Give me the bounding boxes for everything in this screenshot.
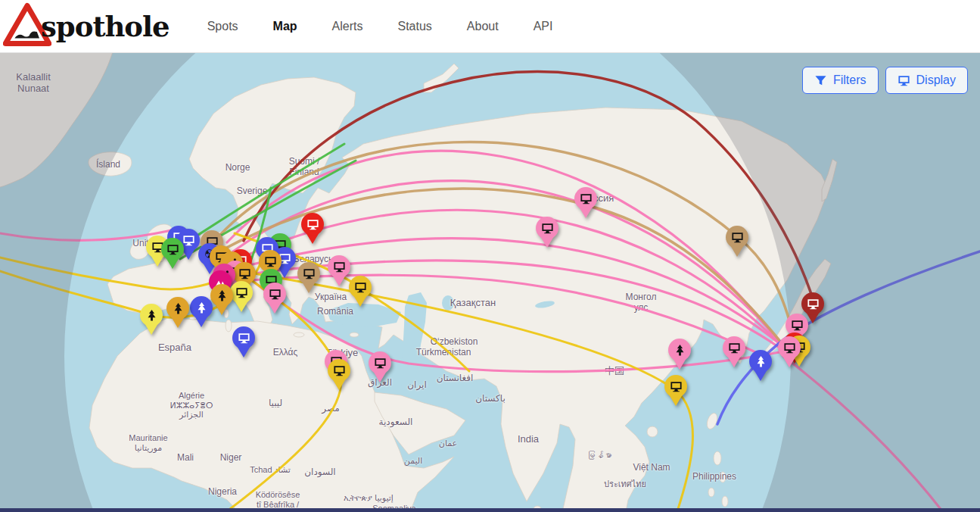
monitor-icon: [161, 238, 184, 261]
tree-icon: [210, 284, 233, 307]
map-marker-monitor[interactable]: [328, 359, 350, 392]
nav-item-api[interactable]: API: [534, 20, 553, 33]
map-marker-monitor[interactable]: [161, 238, 184, 270]
footer-strip: [0, 508, 980, 512]
monitor-icon: [778, 336, 801, 359]
map-marker-monitor[interactable]: [536, 217, 558, 249]
nav-item-status[interactable]: Status: [397, 20, 431, 33]
main-nav: SpotsMapAlertsStatusAboutAPI: [207, 20, 553, 33]
map-marker-tree[interactable]: [190, 296, 213, 329]
monitor-icon: [801, 292, 824, 315]
display-icon: [898, 74, 910, 87]
tree-icon: [749, 350, 772, 373]
logo-text: spothole: [41, 10, 170, 43]
tree-icon: [140, 304, 163, 326]
map-canvas[interactable]: Kalaallit NunaatÍslandNorgeSverigeSuomi …: [0, 53, 980, 512]
map-marker-tree[interactable]: [749, 350, 772, 382]
tree-icon: [668, 339, 691, 361]
monitor-icon: [574, 187, 597, 210]
map-marker-monitor[interactable]: [230, 281, 253, 314]
map-markers-layer: ☢: [0, 53, 980, 512]
monitor-icon: [536, 217, 558, 239]
nav-item-alerts[interactable]: Alerts: [332, 20, 363, 33]
map-marker-monitor[interactable]: [297, 262, 320, 295]
monitor-icon: [230, 281, 253, 304]
filters-button-label: Filters: [833, 73, 866, 87]
monitor-icon: [349, 276, 372, 298]
map-marker-monitor[interactable]: [328, 255, 350, 288]
map-marker-monitor[interactable]: [723, 336, 745, 369]
tree-icon: [190, 296, 213, 319]
nav-item-map[interactable]: Map: [273, 20, 297, 33]
monitor-icon: [369, 351, 391, 374]
monitor-icon: [723, 336, 745, 359]
display-button-label: Display: [916, 73, 956, 87]
map-marker-monitor[interactable]: [263, 283, 286, 315]
filter-icon: [814, 74, 827, 87]
monitor-icon: [232, 326, 255, 349]
map-marker-monitor[interactable]: [664, 375, 687, 407]
monitor-icon: [664, 375, 687, 398]
nav-item-about[interactable]: About: [467, 20, 499, 33]
monitor-icon: [297, 262, 320, 285]
monitor-icon: [328, 359, 350, 382]
map-marker-tree[interactable]: [166, 297, 189, 329]
filters-button[interactable]: Filters: [802, 67, 879, 94]
map-marker-tree[interactable]: [140, 304, 163, 336]
map-controls: FiltersDisplay: [802, 67, 968, 94]
map-marker-monitor[interactable]: [574, 187, 597, 220]
map-marker-monitor[interactable]: [301, 213, 324, 245]
nav-item-spots[interactable]: Spots: [207, 20, 238, 33]
logo[interactable]: spothole: [3, 2, 170, 50]
map-marker-monitor[interactable]: [232, 326, 255, 359]
header: spothole SpotsMapAlertsStatusAboutAPI: [0, 0, 980, 53]
display-button[interactable]: Display: [885, 67, 968, 94]
monitor-icon: [726, 226, 748, 248]
map-marker-monitor[interactable]: [778, 336, 801, 369]
map-marker-tree[interactable]: [668, 339, 691, 371]
map-marker-monitor[interactable]: [726, 226, 748, 258]
map-marker-tree[interactable]: [210, 284, 233, 317]
map-marker-monitor[interactable]: [369, 351, 391, 384]
map-marker-monitor[interactable]: [349, 276, 372, 308]
tree-icon: [166, 297, 189, 320]
monitor-icon: [328, 255, 350, 278]
monitor-icon: [263, 283, 286, 305]
monitor-icon: [301, 213, 324, 236]
